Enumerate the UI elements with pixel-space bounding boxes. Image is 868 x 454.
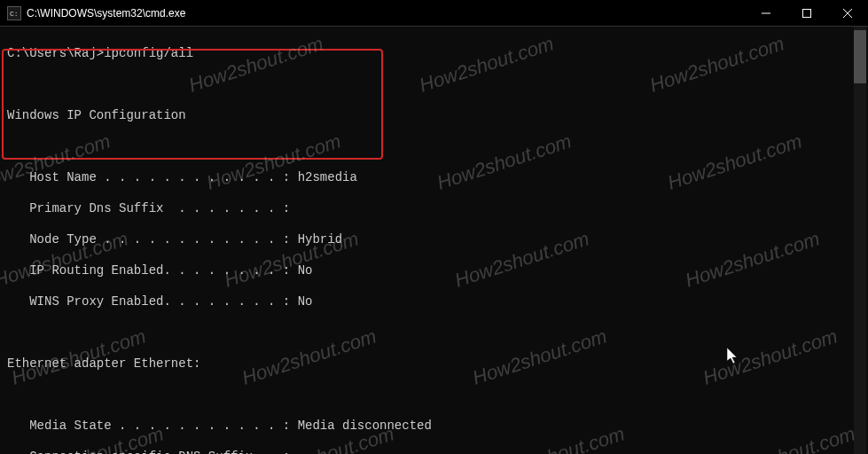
- section-header: Ethernet adapter Ethernet:: [7, 356, 861, 372]
- cmd-icon: C:\: [7, 6, 21, 20]
- blank-line: [7, 325, 861, 341]
- titlebar: C:\ C:\WINDOWS\system32\cmd.exe: [0, 0, 868, 27]
- output-line: Media State . . . . . . . . . . . : Medi…: [7, 419, 861, 434]
- output-line: Host Name . . . . . . . . . . . . : h2sm…: [7, 170, 861, 186]
- output-line: Connection-specific DNS Suffix . :: [7, 450, 861, 455]
- prompt-line: C:\Users\Raj>ipconfig/all: [7, 46, 861, 62]
- blank-line: [7, 77, 861, 93]
- section-header: Windows IP Configuration: [7, 108, 861, 124]
- svg-rect-2: [803, 9, 811, 17]
- output-line: Primary Dns Suffix . . . . . . . :: [7, 201, 861, 217]
- window-controls: [746, 0, 868, 26]
- maximize-button[interactable]: [786, 0, 827, 26]
- close-button[interactable]: [827, 0, 868, 26]
- output-line: IP Routing Enabled. . . . . . . . : No: [7, 263, 861, 279]
- terminal-content[interactable]: C:\Users\Raj>ipconfig/all Windows IP Con…: [0, 27, 868, 454]
- window-title: C:\WINDOWS\system32\cmd.exe: [27, 7, 746, 20]
- output-line: WINS Proxy Enabled. . . . . . . . : No: [7, 294, 861, 310]
- svg-text:C:\: C:\: [10, 10, 19, 17]
- blank-line: [7, 139, 861, 155]
- output-line: Node Type . . . . . . . . . . . . : Hybr…: [7, 232, 861, 248]
- minimize-button[interactable]: [746, 0, 786, 26]
- blank-line: [7, 387, 861, 403]
